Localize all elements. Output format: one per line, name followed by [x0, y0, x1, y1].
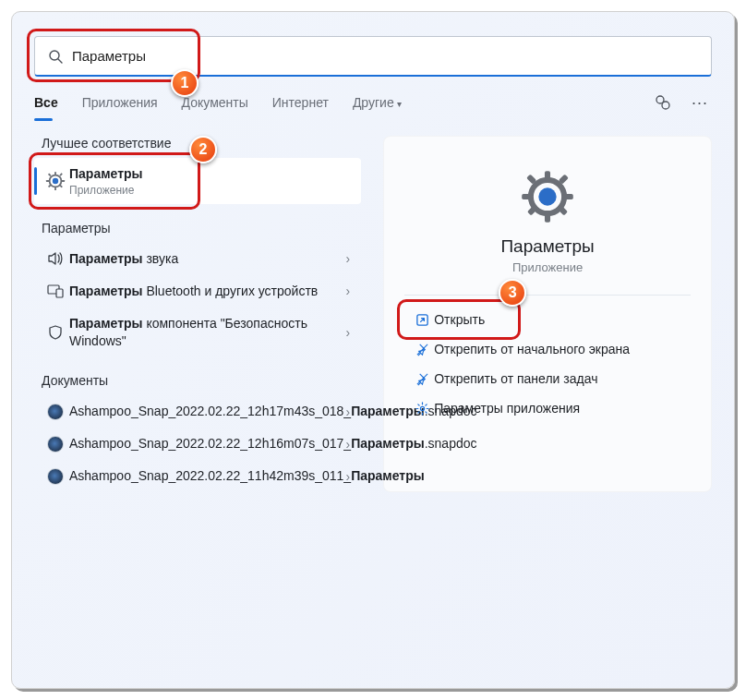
action-app-settings-label: Параметры приложения [434, 401, 580, 416]
action-open[interactable]: Открыть [404, 305, 691, 334]
chevron-right-icon: › [344, 325, 353, 340]
result-title: Параметры [69, 166, 143, 181]
chevron-right-icon: › [344, 437, 353, 452]
preview-title: Параметры [404, 236, 691, 257]
svg-point-16 [538, 187, 556, 205]
svg-rect-10 [48, 173, 52, 176]
results-pane: Лучшее соответствие Параметры Приложение… [34, 136, 361, 492]
action-unpin-taskbar[interactable]: Открепить от панели задач [404, 364, 691, 393]
document-thumb-icon [42, 404, 69, 420]
result-subtitle: Приложение [69, 184, 352, 197]
section-documents: Документы [42, 373, 361, 388]
document-thumb-icon [42, 436, 69, 453]
action-app-settings[interactable]: Параметры приложения [404, 393, 691, 423]
more-options-icon[interactable]: ··· [688, 94, 712, 111]
divider [404, 295, 691, 296]
chevron-right-icon: › [344, 284, 353, 298]
document-thumb-icon [42, 468, 69, 485]
svg-rect-15 [56, 289, 63, 297]
svg-point-4 [53, 178, 58, 184]
tab-apps[interactable]: Приложения [82, 90, 158, 115]
svg-rect-8 [46, 180, 50, 182]
chevron-right-icon: › [344, 251, 353, 266]
chevron-right-icon: › [344, 404, 353, 419]
svg-point-29 [420, 406, 424, 410]
chevron-down-icon: ▾ [397, 99, 402, 109]
result-document-0[interactable]: Ashampoo_Snap_2022.02.22_12h17m43s_018_П… [34, 395, 361, 428]
speaker-icon [42, 250, 69, 267]
open-icon [410, 313, 434, 327]
preview-subtitle: Приложение [404, 260, 691, 274]
action-unpin-start-label: Открепить от начального экрана [434, 342, 630, 356]
action-open-label: Открыть [434, 312, 485, 327]
result-security-settings[interactable]: Параметры компонента "Безопасность Windo… [34, 308, 361, 357]
svg-rect-18 [545, 171, 550, 181]
svg-rect-6 [54, 172, 56, 175]
tab-documents[interactable]: Документы [182, 90, 248, 115]
svg-line-1 [58, 59, 62, 63]
filter-tabs: Все Приложения Документы Интернет Другие… [34, 90, 712, 115]
search-icon [48, 49, 63, 64]
svg-rect-12 [59, 173, 63, 176]
annotation-badge-3: 3 [499, 279, 526, 307]
gear-icon [42, 171, 69, 191]
result-document-2[interactable]: Ashampoo_Snap_2022.02.22_11h42m39s_011_П… [34, 460, 361, 492]
result-best-match[interactable]: Параметры Приложение [34, 158, 361, 204]
svg-rect-7 [54, 187, 56, 190]
preview-app-icon [404, 170, 691, 223]
tab-all[interactable]: Все [34, 90, 58, 115]
gear-icon [410, 402, 434, 416]
tab-more-label: Другие [353, 95, 394, 110]
action-unpin-taskbar-label: Открепить от панели задач [434, 371, 597, 386]
svg-point-0 [50, 51, 59, 60]
section-settings: Параметры [42, 221, 361, 235]
unpin-icon [410, 372, 434, 386]
action-unpin-start[interactable]: Открепить от начального экрана [404, 334, 691, 364]
svg-point-3 [662, 102, 669, 109]
svg-rect-20 [522, 194, 532, 199]
start-search-window: Параметры 1 Все Приложения Документы Инт… [11, 11, 735, 689]
unpin-icon [410, 343, 434, 356]
tab-web[interactable]: Интернет [272, 90, 329, 115]
result-sound-settings[interactable]: Параметры звука › [34, 243, 361, 275]
shield-icon [42, 324, 69, 341]
search-container: Параметры 1 [34, 36, 712, 77]
svg-rect-21 [563, 194, 573, 199]
search-text: Параметры [72, 48, 146, 64]
devices-icon [42, 283, 69, 299]
result-bluetooth-settings[interactable]: Параметры Bluetooth и других устройств › [34, 275, 361, 308]
tab-more[interactable]: Другие▾ [353, 90, 402, 115]
result-document-1[interactable]: Ashampoo_Snap_2022.02.22_12h16m07s_017_П… [34, 428, 361, 460]
section-best-match: Лучшее соответствие [42, 136, 361, 151]
search-input[interactable]: Параметры [34, 36, 712, 77]
svg-rect-19 [545, 212, 550, 223]
svg-rect-9 [61, 180, 65, 182]
chevron-right-icon: › [344, 469, 353, 484]
filters-icon[interactable] [655, 94, 671, 111]
